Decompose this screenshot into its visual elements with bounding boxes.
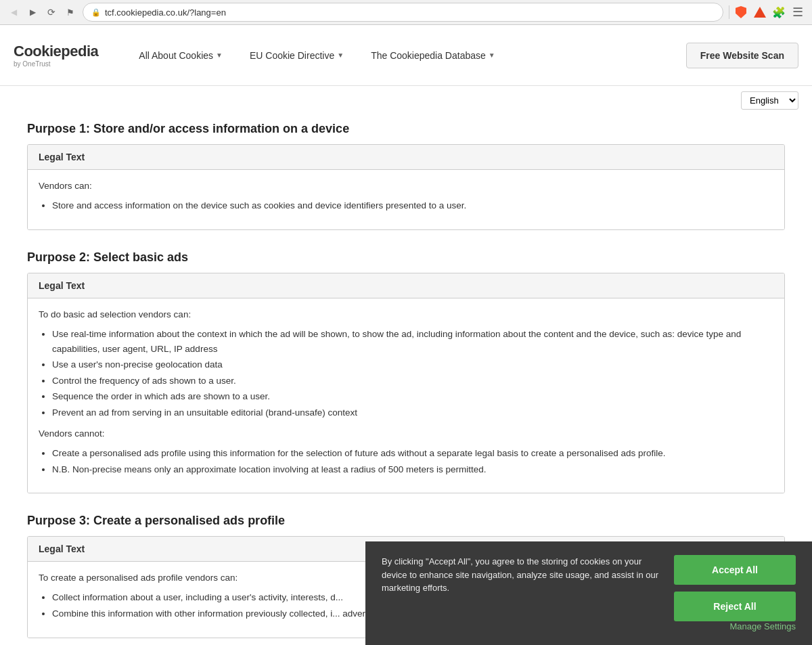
purpose-1-title: Purpose 1: Store and/or access informati… [27, 122, 785, 136]
reload-button[interactable]: ⟳ [45, 5, 58, 19]
nav-all-about-cookies-label: All About Cookies [139, 50, 213, 61]
logo-sub-text: by OneTrust [14, 60, 98, 68]
cookie-banner: By clicking "Accept All", you agree to t… [365, 541, 812, 645]
lock-icon: 🔒 [91, 8, 101, 17]
purpose-1-legal-box: Legal Text Vendors can: Store and access… [27, 144, 785, 230]
purpose-2-legal-body: To do basic ad selection vendors can: Us… [28, 298, 784, 493]
purpose-2-vendors-can-list: Use real-time information about the cont… [52, 327, 773, 420]
language-bar: English French German Spanish [0, 86, 812, 115]
nav-database-chevron: ▼ [489, 51, 495, 59]
purpose-2-title: Purpose 2: Select basic ads [27, 250, 785, 265]
brave-rewards-icon[interactable] [752, 5, 767, 20]
brave-shield-icon[interactable] [734, 5, 748, 20]
nav-all-about-cookies[interactable]: All About Cookies ▼ [125, 25, 236, 86]
nav-database[interactable]: The Cookiepedia Database ▼ [357, 25, 509, 86]
purpose-2-cannot-item-0: Create a personalised ads profile using … [52, 446, 773, 461]
forward-button[interactable]: ▶ [26, 5, 39, 19]
purpose-2-vendors-can-intro: To do basic ad selection vendors can: [39, 308, 773, 321]
cookie-banner-text: By clicking "Accept All", you agree to t… [382, 555, 660, 631]
nav-eu-cookie-directive[interactable]: EU Cookie Directive ▼ [236, 25, 357, 86]
purpose-2-item-0: Use real-time information about the cont… [52, 327, 773, 356]
purpose-2-vendors-cannot-list: Create a personalised ads profile using … [52, 446, 773, 476]
purpose-2-vendors-cannot-intro: Vendors cannot: [39, 427, 773, 441]
purpose-1-vendors-can-list: Store and access information on the devi… [52, 198, 773, 213]
purpose-2-item-3: Sequence the order in which ads are show… [52, 389, 773, 404]
site-logo[interactable]: Cookiepedia by OneTrust [14, 43, 98, 68]
nav-all-about-cookies-chevron: ▼ [216, 51, 223, 59]
purpose-2-item-2: Control the frequency of ads shown to a … [52, 374, 773, 388]
purpose-2-section: Purpose 2: Select basic ads Legal Text T… [27, 250, 785, 493]
purpose-1-legal-header: Legal Text [28, 145, 784, 170]
nav-eu-cookie-label: EU Cookie Directive [250, 50, 334, 61]
nav-database-label: The Cookiepedia Database [371, 50, 486, 61]
browser-toolbar: ◀ ▶ ⟳ ⚑ 🔒 tcf.cookiepedia.co.uk/?lang=en… [0, 0, 812, 24]
url-text: tcf.cookiepedia.co.uk/?lang=en [105, 7, 226, 18]
manage-settings-link[interactable]: Manage Settings [674, 621, 796, 631]
purpose-1-section: Purpose 1: Store and/or access informati… [27, 122, 785, 230]
reject-all-button[interactable]: Reject All [674, 592, 796, 621]
nav-eu-cookie-chevron: ▼ [337, 51, 344, 59]
purpose-1-legal-body: Vendors can: Store and access informatio… [28, 170, 784, 229]
purpose-2-legal-header: Legal Text [28, 273, 784, 298]
address-bar[interactable]: 🔒 tcf.cookiepedia.co.uk/?lang=en [83, 3, 723, 22]
purpose-1-item-0: Store and access information on the devi… [52, 198, 773, 213]
nav-links: All About Cookies ▼ EU Cookie Directive … [125, 25, 685, 86]
browser-chrome: ◀ ▶ ⟳ ⚑ 🔒 tcf.cookiepedia.co.uk/?lang=en… [0, 0, 812, 25]
logo-main-text: Cookiepedia [14, 43, 98, 60]
bookmark-button[interactable]: ⚑ [64, 5, 77, 19]
browser-extensions: 🧩 ☰ [729, 5, 805, 20]
purpose-2-legal-box: Legal Text To do basic ad selection vend… [27, 273, 785, 493]
cookie-buttons: Accept All Reject All [674, 555, 796, 621]
free-scan-button[interactable]: Free Website Scan [686, 43, 798, 68]
back-button[interactable]: ◀ [7, 5, 20, 19]
cookie-banner-right: Accept All Reject All Manage Settings [674, 555, 796, 631]
extensions-puzzle-icon[interactable]: 🧩 [771, 5, 786, 20]
purpose-2-item-4: Prevent an ad from serving in an unsuita… [52, 405, 773, 420]
purpose-2-cannot-item-1: N.B. Non-precise means only an approxima… [52, 462, 773, 477]
browser-menu-icon[interactable]: ☰ [790, 5, 805, 20]
language-select[interactable]: English French German Spanish [741, 91, 798, 110]
purpose-3-title: Purpose 3: Create a personalised ads pro… [27, 514, 785, 528]
ext-separator [729, 5, 729, 19]
site-navigation: Cookiepedia by OneTrust All About Cookie… [0, 25, 812, 86]
accept-all-button[interactable]: Accept All [674, 555, 796, 585]
purpose-2-item-1: Use a user's non-precise geolocation dat… [52, 357, 773, 372]
purpose-1-vendors-can-intro: Vendors can: [39, 179, 773, 193]
